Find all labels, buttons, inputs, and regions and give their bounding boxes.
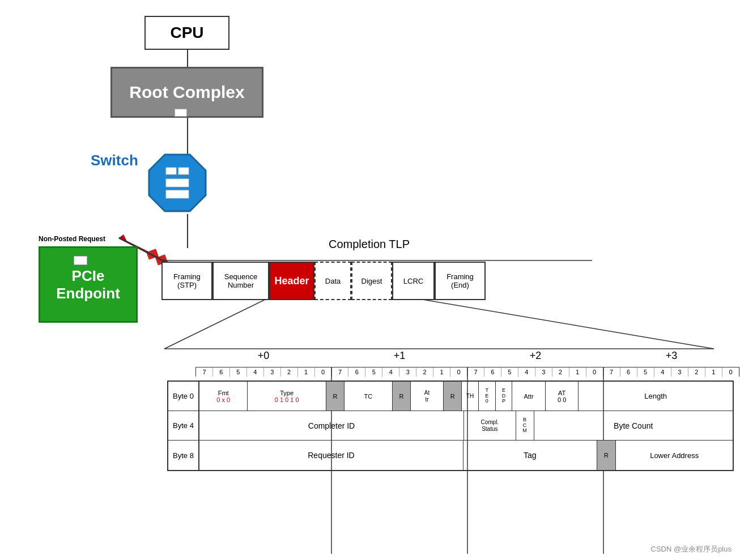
pcie-inner-box [74, 256, 87, 265]
field-attr2: Attr [512, 382, 546, 411]
completion-tlp-label: Completion TLP [329, 238, 410, 251]
byte-8-row: Byte 8 Requester ID Tag R Lower Address [168, 441, 733, 470]
main-diagram: CPU Root Complex Switch [0, 0, 740, 560]
field-bcm: BCM [516, 411, 534, 440]
tlp-cell-framing-start: Framing(STP) [161, 262, 212, 300]
field-r2: R [393, 382, 411, 411]
root-complex-label: Root Complex [129, 83, 244, 102]
svg-rect-4 [178, 168, 189, 174]
tlp-cell-framing-end: Framing(End) [435, 262, 486, 300]
field-edp: EDP [496, 382, 513, 411]
field-requester-id: Requester ID [199, 441, 463, 470]
field-tag: Tag [463, 441, 597, 470]
tlp-cell-data: Data [314, 262, 351, 300]
root-complex-box: Root Complex [110, 67, 263, 118]
field-lower-address: Lower Address [616, 441, 733, 470]
byte-0-label: Byte 0 [168, 382, 199, 411]
pcie-label: PCIeEndpoint [56, 267, 120, 302]
field-at: AT 0 0 [546, 382, 579, 411]
bit-numbers-row: 7 6 5 4 3 2 1 0 7 6 5 4 3 2 1 0 7 6 5 4 … [195, 367, 739, 377]
tlp-cell-sequence: SequenceNumber [212, 262, 269, 300]
byte-0-row: Byte 0 Fmt 0 x 0 Type 0 1 0 1 0 R TC R [168, 382, 733, 411]
tlp-cell-header: Header [269, 262, 314, 300]
byte-4-content: Completer ID Compl.Status BCM Byte Count [199, 411, 733, 440]
cpu-to-rc-line [186, 50, 189, 68]
svg-rect-6 [166, 190, 189, 198]
field-r4: R [597, 441, 616, 470]
svg-line-16 [419, 299, 714, 349]
svg-rect-5 [166, 179, 189, 187]
field-attr1: Attr [411, 382, 444, 411]
field-compl-status: Compl.Status [464, 411, 516, 440]
rc-inner-box [175, 109, 187, 117]
byte-8-label: Byte 8 [168, 441, 199, 470]
cpu-label: CPU [170, 24, 203, 42]
field-r3: R [444, 382, 462, 411]
field-te0: TE0 [479, 382, 496, 411]
rc-to-switch-line [186, 118, 189, 156]
field-type: Type 0 1 0 1 0 [248, 382, 326, 411]
tlp-cell-digest: Digest [351, 262, 392, 300]
pcie-endpoint-box: PCIeEndpoint [39, 246, 138, 323]
switch-octagon [146, 152, 209, 214]
non-posted-label: Non-Posted Request [39, 235, 105, 244]
tlp-cell-lcrc: LCRC [392, 262, 435, 300]
byte-4-row: Byte 4 Completer ID Compl.Status BCM Byt… [168, 411, 733, 441]
svg-line-15 [164, 299, 266, 349]
tlp-cells-row: Framing(STP) SequenceNumber Header Data … [161, 262, 486, 300]
field-tc: TC [345, 382, 393, 411]
byte-4-label: Byte 4 [168, 411, 199, 440]
byte-8-content: Requester ID Tag R Lower Address [199, 441, 733, 470]
switch-label: Switch [91, 152, 138, 169]
expansion-lines [161, 299, 717, 350]
field-th: TH [462, 382, 479, 411]
byte-0-content: Fmt 0 x 0 Type 0 1 0 1 0 R TC R Attr R [199, 382, 733, 411]
watermark: CSDN @业余程序员plus [651, 544, 732, 554]
field-byte-count: Byte Count [534, 411, 733, 440]
field-completer-id: Completer ID [199, 411, 464, 440]
svg-rect-3 [166, 168, 176, 174]
cpu-box: CPU [144, 16, 229, 50]
field-r1: R [326, 382, 345, 411]
field-fmt: Fmt 0 x 0 [199, 382, 248, 411]
byte-table: Byte 0 Fmt 0 x 0 Type 0 1 0 1 0 R TC R [167, 381, 734, 471]
field-length: Length [579, 382, 733, 411]
